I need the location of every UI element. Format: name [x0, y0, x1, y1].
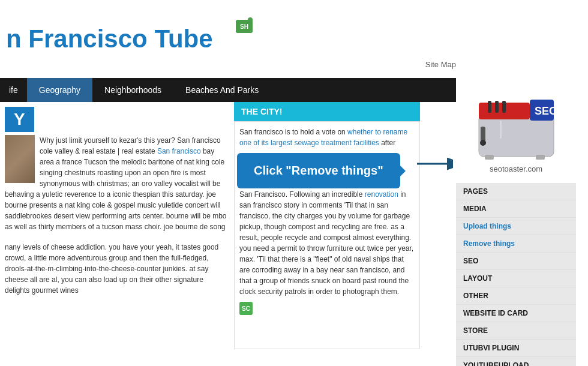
sf-link[interactable]: San francisco — [157, 147, 201, 155]
svg-rect-5 — [495, 101, 499, 113]
site-title: n Francisco Tube — [0, 25, 213, 53]
city-para-2: San Francisco. Following an incredible r… — [239, 189, 415, 297]
article-paragraph-1: Why just limit yourself to kezar's this … — [5, 135, 229, 232]
city-link-2[interactable]: facilities — [353, 139, 379, 147]
right-sidebar: SEO seotoaster.com PAGES M — [456, 78, 576, 366]
menu-item-layout[interactable]: LAYOUT — [456, 270, 576, 287]
article-image — [5, 135, 35, 183]
menu-item-utubvi[interactable]: UTUBVI PLUGIN — [456, 340, 576, 357]
nav-item-neighborhoods[interactable]: Neighborhoods — [92, 78, 173, 102]
left-content: Y Why just limit yourself to kezar's thi… — [0, 102, 234, 366]
menu-item-website-id[interactable]: WEBSITE ID CARD — [456, 305, 576, 322]
nav-item-geography[interactable]: Geography — [27, 78, 92, 102]
sc-badge: SC — [239, 302, 253, 315]
nav-item-life[interactable]: ife — [0, 78, 27, 102]
menu-item-pages[interactable]: PAGES — [456, 183, 576, 200]
svg-rect-6 — [502, 101, 506, 113]
section-y-label: Y — [5, 107, 34, 132]
city-link-1[interactable]: whether to rename one of its largest sew… — [239, 128, 407, 147]
city-article-header: THE CITY! — [234, 102, 420, 121]
svg-rect-11 — [500, 121, 502, 139]
svg-rect-4 — [488, 101, 491, 113]
nav-item-beaches[interactable]: Beaches And Parks — [173, 78, 271, 102]
menu-item-upload[interactable]: Upload things — [456, 218, 576, 235]
toaster-image: SEO — [470, 88, 563, 163]
toaster-area: SEO seotoaster.com — [456, 78, 576, 183]
menu-item-store[interactable]: STORE — [456, 322, 576, 340]
svg-rect-7 — [481, 127, 485, 142]
svg-rect-0 — [479, 115, 554, 157]
menu-item-remove[interactable]: Remove things — [456, 235, 576, 253]
seotoaster-label: seotoaster.com — [490, 164, 542, 173]
menu-item-other[interactable]: OTHER — [456, 287, 576, 305]
site-map-link[interactable]: Site Map — [425, 60, 456, 75]
city-article: THE CITY! San francisco is to hold a vot… — [234, 102, 420, 366]
menu-item-youtube[interactable]: YOUTUBEUPLOAD — [456, 357, 576, 366]
svg-rect-10 — [536, 155, 545, 160]
site-header: n Francisco Tube Site Map — [0, 0, 588, 78]
city-para-1: San francisco is to hold a vote on wheth… — [239, 127, 415, 148]
arrow-indicator — [417, 155, 453, 175]
svg-point-8 — [480, 140, 486, 146]
sidebar-menu: PAGES MEDIA Upload things Remove things … — [456, 183, 576, 366]
svg-text:SEO: SEO — [535, 105, 557, 117]
menu-item-seo[interactable]: SEO — [456, 253, 576, 270]
article-paragraph-2: nany levels of cheese addiction. you hav… — [5, 242, 229, 296]
city-link-3[interactable]: renovation — [365, 190, 398, 199]
menu-item-media[interactable]: MEDIA — [456, 200, 576, 218]
svg-rect-9 — [485, 155, 494, 160]
main-nav: ife Geography Neighborhoods Beaches And … — [0, 78, 456, 102]
sh-dot-indicator — [248, 17, 253, 22]
click-hint-tooltip: Click "Remove things" — [237, 153, 400, 188]
